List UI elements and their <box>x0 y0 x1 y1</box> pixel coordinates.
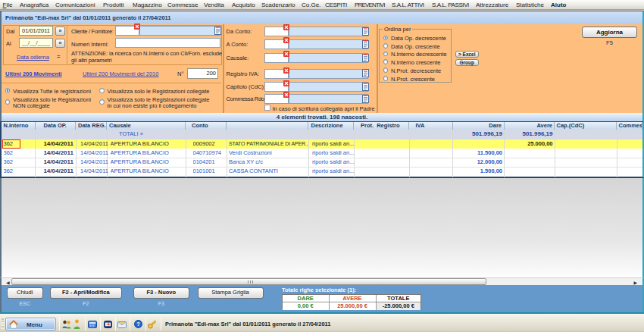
svg-text:?: ? <box>136 321 140 327</box>
